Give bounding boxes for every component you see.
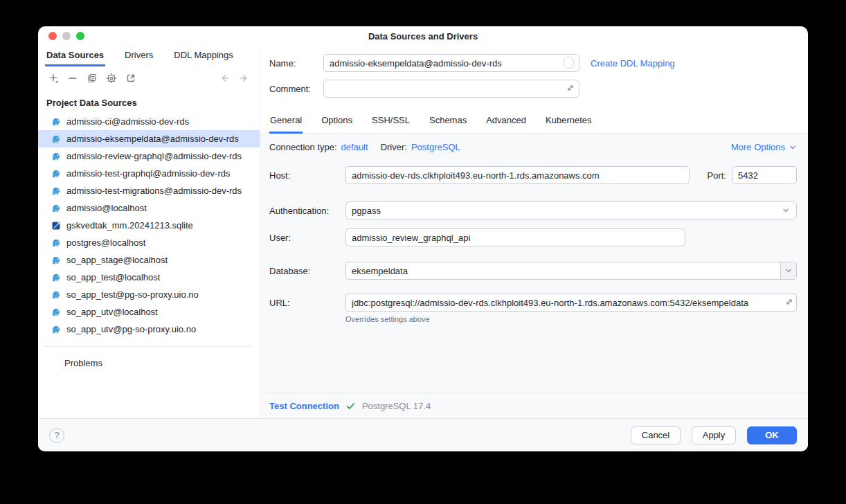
list-item[interactable]: admissio-review-graphql@admissio-dev-rds [38,147,260,165]
data-source-name: so_app_utv@localhost [66,307,158,317]
connection-type-value[interactable]: default [341,142,368,152]
test-connection-link[interactable]: Test Connection [269,401,339,411]
zoom-button[interactable] [76,32,84,40]
comment-row: Comment: [269,80,797,98]
postgresql-icon [51,134,62,145]
more-options-label: More Options [731,142,785,152]
url-label: URL: [269,298,345,308]
url-input[interactable] [345,294,797,312]
host-label: Host: [269,170,345,181]
comment-input[interactable] [323,80,579,98]
tab-options[interactable]: Options [321,109,353,134]
settings-icon[interactable] [106,73,117,84]
postgresql-icon [51,168,62,179]
authentication-select[interactable]: pgpass [345,201,797,219]
sidebar-tab-data-sources[interactable]: Data Sources [45,46,105,66]
name-input[interactable] [323,54,579,72]
list-item[interactable]: gskvedtak_mm.20241213.sqlite [38,217,260,234]
data-source-list: admissio-ci@admissio-dev-rds admissio-ek… [38,113,260,338]
postgresql-icon [51,116,62,127]
chevron-down-icon [789,143,797,152]
traffic-lights [48,32,84,40]
sqlite-icon [51,220,62,231]
back-icon[interactable] [219,73,230,84]
problems-section[interactable]: Problems [38,347,260,368]
data-sources-dialog: Data Sources and Drivers Data SourcesDri… [38,26,808,451]
database-label: Database: [269,266,345,276]
window-title: Data Sources and Drivers [368,31,478,42]
data-source-name: admissio-test-migrations@admissio-dev-rd… [66,186,242,196]
duplicate-icon[interactable] [87,73,98,84]
tab-schemas[interactable]: Schemas [429,109,467,134]
more-options-button[interactable]: More Options [731,142,797,152]
sidebar-tab-ddl-mappings[interactable]: DDL Mappings [172,46,235,66]
sidebar: Data SourcesDriversDDL Mappings [38,46,260,418]
ok-button[interactable]: OK [747,426,797,444]
database-input[interactable] [345,262,797,280]
database-dropdown-button[interactable] [780,262,796,279]
authentication-label: Authentication: [269,206,345,216]
tab-general[interactable]: General [269,109,303,134]
open-in-new-window-icon[interactable] [125,73,136,84]
authentication-value: pgpass [352,206,381,216]
data-source-name: gskvedtak_mm.20241213.sqlite [66,220,193,231]
port-label: Port: [708,170,726,181]
list-item[interactable]: so_app_utv@pg-so-proxy.uio.no [38,321,260,338]
list-item[interactable]: admissio-eksempeldata@admissio-dev-rds [38,130,260,147]
data-source-name: so_app_stage@localhost [66,255,168,265]
connection-type-label: Connection type: [269,142,337,152]
list-item[interactable]: admissio@localhost [38,199,260,217]
minimize-button[interactable] [62,32,71,40]
tab-kubernetes[interactable]: Kubernetes [545,109,593,134]
data-source-name: postgres@localhost [66,237,145,248]
expand-icon[interactable] [784,297,794,307]
dialog-footer: ? Cancel Apply OK [38,418,808,451]
host-input[interactable] [345,166,690,184]
sidebar-tab-drivers[interactable]: Drivers [123,46,154,66]
data-source-name: so_app_test@pg-so-proxy.uio.no [66,289,199,300]
postgresql-icon [51,237,62,249]
list-item[interactable]: so_app_utv@localhost [38,303,260,321]
chevron-down-icon [784,267,793,275]
name-label: Name: [269,58,323,69]
remove-icon[interactable] [67,73,78,84]
authentication-row: Authentication: pgpass [269,201,797,219]
user-label: User: [269,233,345,243]
data-source-name: admissio-test-graphql@admissio-dev-rds [66,168,230,179]
tab-ssh-ssl[interactable]: SSH/SSL [371,109,411,134]
connection-type-row: Connection type: default Driver: Postgre… [269,142,797,152]
tab-advanced[interactable]: Advanced [485,109,527,134]
create-ddl-mapping-link[interactable]: Create DDL Mapping [591,58,675,69]
port-input[interactable] [732,166,797,184]
list-item[interactable]: admissio-test-graphql@admissio-dev-rds [38,165,260,182]
list-item[interactable]: admissio-ci@admissio-dev-rds [38,113,260,130]
chevron-down-icon [781,206,791,215]
general-tab-content: Connection type: default Driver: Postgre… [260,134,808,393]
expand-icon[interactable] [566,83,575,93]
list-item[interactable]: postgres@localhost [38,234,260,251]
list-item[interactable]: admissio-test-migrations@admissio-dev-rd… [38,182,260,199]
data-source-name: admissio@localhost [66,203,147,213]
postgresql-icon [51,255,62,266]
main-panel: Name: Create DDL Mapping Comment: [260,46,808,418]
postgresql-icon [51,151,62,162]
list-item[interactable]: so_app_test@localhost [38,269,260,286]
data-source-name: admissio-eksempeldata@admissio-dev-rds [66,134,239,144]
name-row: Name: Create DDL Mapping [269,54,797,72]
cancel-button[interactable]: Cancel [631,426,681,444]
list-item[interactable]: so_app_stage@localhost [38,251,260,269]
driver-value[interactable]: PostgreSQL [411,142,460,152]
user-input[interactable] [345,228,685,246]
add-icon[interactable] [48,73,59,84]
forward-icon[interactable] [239,73,250,84]
help-button[interactable]: ? [49,428,64,443]
list-item[interactable]: so_app_test@pg-so-proxy.uio.no [38,286,260,303]
apply-button[interactable]: Apply [692,426,736,444]
close-button[interactable] [48,32,57,40]
data-source-name: so_app_test@localhost [66,272,160,282]
url-note: Overrides settings above [345,315,797,323]
connection-status: PostgreSQL 17.4 [362,401,431,411]
user-row: User: [269,228,797,246]
url-row: URL: [269,294,797,312]
project-data-sources-header: Project Data Sources [38,94,260,113]
